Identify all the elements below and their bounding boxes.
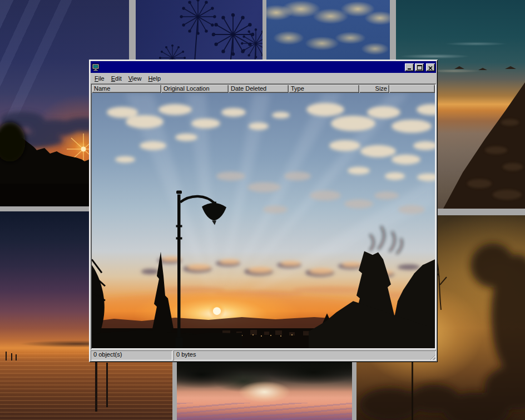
close-icon — [428, 66, 433, 70]
desktop: File Edit View Help Name Original Locati… — [0, 0, 525, 420]
sunset-lamp-photo-art — [92, 93, 435, 348]
status-bar: 0 object(s) 0 bytes — [91, 350, 436, 360]
wallpaper-tile-water-reflection — [177, 362, 352, 420]
window-icon — [92, 63, 100, 71]
column-header-date-deleted[interactable]: Date Deleted — [229, 85, 289, 93]
column-header-row: Name Original Location Date Deleted Type… — [92, 85, 435, 93]
column-header-name[interactable]: Name — [92, 85, 161, 93]
menu-view[interactable]: View — [125, 74, 145, 83]
menu-edit[interactable]: Edit — [108, 74, 125, 83]
minimize-icon — [408, 68, 411, 70]
recycle-bin-window: File Edit View Help Name Original Locati… — [89, 60, 438, 362]
maximize-icon — [417, 65, 422, 70]
resize-grip[interactable] — [429, 353, 435, 360]
minimize-button[interactable] — [405, 63, 414, 71]
close-button[interactable] — [426, 63, 435, 71]
column-header-size[interactable]: Size — [359, 85, 389, 93]
menu-bar: File Edit View Help — [91, 73, 436, 83]
status-object-count: 0 object(s) — [91, 350, 172, 360]
list-client-area-sunset-photo[interactable] — [92, 93, 435, 348]
title-bar[interactable] — [91, 61, 436, 73]
menu-help[interactable]: Help — [145, 74, 164, 83]
status-size-text: 0 bytes — [176, 351, 196, 358]
file-list-view[interactable]: Name Original Location Date Deleted Type… — [91, 83, 436, 349]
column-header-filler — [389, 85, 435, 93]
column-header-type[interactable]: Type — [289, 85, 359, 93]
column-header-original-location[interactable]: Original Location — [161, 85, 229, 93]
menu-file[interactable]: File — [91, 74, 108, 83]
maximize-button[interactable] — [415, 63, 424, 71]
reflection-streaks — [177, 403, 352, 420]
status-size: 0 bytes — [174, 350, 436, 360]
